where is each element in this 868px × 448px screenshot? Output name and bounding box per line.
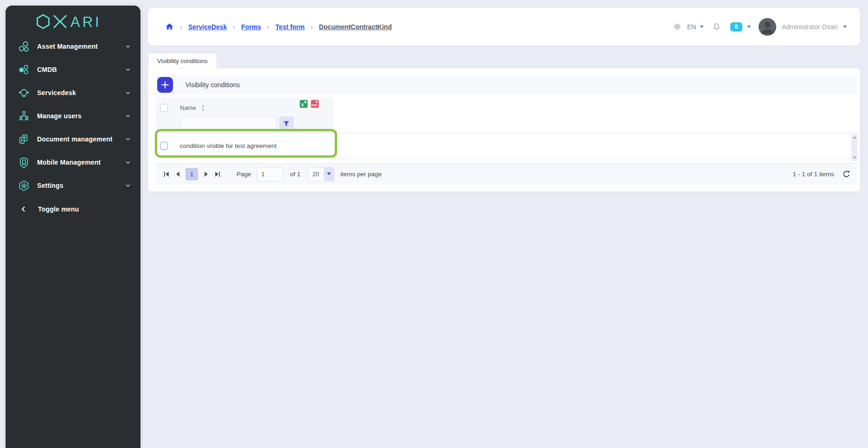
sidebar-item-label: Asset Management [37,43,98,50]
cmdb-icon [18,64,30,76]
visibility-conditions-panel: Visibility conditions Name X [148,68,860,192]
user-name[interactable]: Administrator Oxari [782,23,837,31]
sidebar-item-label: Mobile Management [37,159,101,166]
mobile-management-icon [18,156,30,168]
last-page-icon[interactable] [211,168,223,180]
tab-visibility-conditions[interactable]: Visibility conditions [148,53,217,69]
filter-button[interactable] [279,116,294,131]
add-condition-button[interactable] [157,77,173,93]
sidebar-item-label: Manage users [37,112,82,120]
pdf-export-icon[interactable]: PDF [311,100,319,110]
breadcrumb-separator: › [311,23,313,31]
scroll-up-icon[interactable] [851,134,857,140]
breadcrumb-link-test-form[interactable]: Test form [275,23,305,31]
page-number-input[interactable] [256,167,283,181]
page-of-label: of 1 [290,171,301,178]
user-avatar[interactable] [759,18,776,36]
prev-page-icon[interactable] [172,168,183,180]
page-size-caret-icon [324,167,334,181]
sidebar-item-asset-management[interactable]: Asset Management [6,35,140,58]
column-menu-icon[interactable] [200,103,206,113]
next-page-icon[interactable] [200,168,211,180]
grid-toolbar: Visibility conditions [156,76,857,94]
sidebar-item-label: Document management [37,135,113,143]
language-selector[interactable]: EN [687,23,696,31]
sidebar-item-label: Servicedesk [37,89,76,96]
chevron-down-icon [126,45,130,48]
chevron-down-icon [126,91,130,95]
sidebar-item-mobile-management[interactable]: Mobile Management [6,151,140,174]
user-menu-caret-icon[interactable] [843,26,847,28]
toggle-menu-label: Toggle menu [38,205,79,213]
gear-icon[interactable] [673,22,682,31]
row-checkbox[interactable] [160,142,168,150]
grid-pager: 1 Page of 1 20 items per page 1 - 1 of 1… [156,163,857,184]
excel-export-icon[interactable]: X [300,100,308,110]
toolbar-title: Visibility conditions [185,81,240,89]
sidebar-nav: Asset Management CMDB [6,35,140,221]
page-size-value: 20 [308,171,324,178]
sidebar-item-manage-users[interactable]: Manage users [6,104,140,128]
filter-icon [283,120,290,127]
breadcrumb-link-forms[interactable]: Forms [241,23,261,31]
chevron-down-icon [126,68,130,71]
page-label: Page [236,171,251,178]
topbar-actions: EN 0 Administrator Oxar [673,18,847,36]
chevron-down-icon [126,161,130,164]
grid-header: Name X [156,97,857,133]
asset-management-icon [18,40,30,52]
grid-vertical-scrollbar[interactable] [851,134,857,161]
settings-icon [18,179,30,192]
sidebar-item-servicedesk[interactable]: Servicedesk [6,81,140,104]
home-icon[interactable] [165,22,174,31]
document-management-icon [18,133,30,145]
select-all-checkbox[interactable] [160,104,168,112]
breadcrumb: › ServiceDesk › Forms › Test form › Docu… [165,22,392,31]
servicedesk-icon [18,87,30,99]
current-page-button[interactable]: 1 [185,168,198,180]
notification-caret-icon[interactable] [747,26,751,28]
page-size-select[interactable]: 20 [307,167,334,181]
sidebar-item-label: Settings [37,182,64,189]
chevron-down-icon [126,115,130,118]
svg-text:X: X [301,102,304,107]
sidebar-item-settings[interactable]: Settings [6,174,140,197]
breadcrumb-separator: › [233,23,235,31]
pager-summary: 1 - 1 of 1 items [793,171,834,178]
bell-icon[interactable] [712,22,721,32]
topbar: › ServiceDesk › Forms › Test form › Docu… [148,8,860,45]
row-name-cell: condition visible for test agreement [180,142,277,149]
name-column-title: Name [180,104,196,111]
items-per-page-label: items per page [340,171,382,178]
sidebar-item-label: CMDB [37,66,57,73]
sidebar-item-document-management[interactable]: Document management [6,128,140,151]
language-caret-icon[interactable] [700,26,704,28]
name-filter-input[interactable] [181,116,277,131]
svg-text:PDF: PDF [312,103,318,107]
svg-text:ARI: ARI [70,14,102,30]
sidebar-item-cmdb[interactable]: CMDB [6,58,140,81]
chevron-down-icon [126,138,130,141]
first-page-icon[interactable] [161,168,172,180]
manage-users-icon [18,110,30,122]
scroll-down-icon[interactable] [851,155,857,160]
chevron-down-icon [126,184,130,187]
notification-badge[interactable]: 0 [730,22,742,32]
toggle-menu-button[interactable]: Toggle menu [6,198,140,221]
table-row-condition[interactable]: condition visible for test agreement [156,133,857,159]
breadcrumb-separator: › [267,23,269,31]
app-window: ARI Asset Management [0,0,868,448]
toggle-menu-icon [18,203,30,215]
oxari-logo: ARI [6,13,140,31]
sidebar: ARI Asset Management [6,6,140,448]
oxari-logo-icon: ARI [34,13,112,31]
refresh-icon[interactable] [842,170,851,179]
breadcrumb-link-servicedesk[interactable]: ServiceDesk [188,23,227,31]
breadcrumb-separator: › [180,23,182,31]
breadcrumb-current: DocumentContractKind [319,23,392,31]
